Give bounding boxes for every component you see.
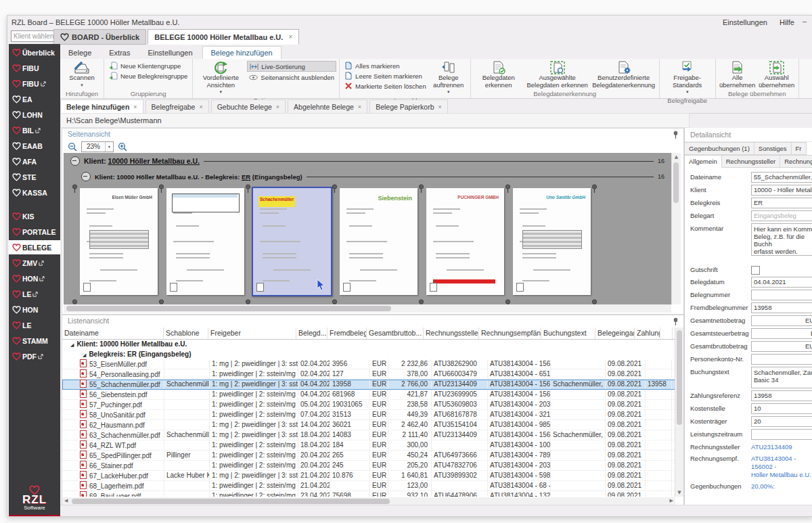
table-row[interactable]: 63_Schachenmüller.pdfSchachenmüller1: mg… (62, 430, 675, 440)
close-icon[interactable]: × (133, 104, 137, 110)
detail-subtab-rechnungssteller[interactable]: Rechnungssteller (722, 155, 780, 168)
seitenansicht-ausblenden-button[interactable]: Seitenansicht ausblenden (247, 72, 336, 82)
expand-icon[interactable]: ◢ (83, 353, 86, 358)
field-input[interactable] (751, 429, 812, 440)
alles-markieren-button[interactable]: Alles markieren (342, 61, 428, 70)
field-input[interactable]: 20 (751, 416, 812, 427)
field-input[interactable]: 04.04.2021 (751, 277, 812, 288)
live-sortierung-toggle[interactable]: Live-Sortierung (247, 61, 336, 72)
document-thumbnail-uno-sanitär-gmbh[interactable]: Uno Sanitär GmbH (513, 188, 591, 295)
sidebar-item-belege[interactable]: BELEGE (9, 240, 60, 254)
table-row[interactable]: 55_Schachenmüller.pdfSchachenmüller1: mg… (62, 380, 675, 390)
field-input[interactable]: Hier kann ein Komment Beleg, z.B. für di… (751, 223, 812, 256)
zoom-in-icon[interactable] (118, 142, 127, 152)
sidebar-item-portale[interactable]: PORTALE (9, 225, 60, 239)
sidebar-item-ea[interactable]: EA (9, 92, 60, 106)
field-input[interactable]: EUR 2 (751, 315, 812, 326)
sidebar-item-afa[interactable]: AFA (9, 154, 60, 168)
document-thumbnail-siebenstein[interactable]: Siebenstein (340, 188, 418, 295)
zoom-level-select[interactable]: 23% ▾ (81, 141, 114, 152)
markierte-seiten-loeschen-button[interactable]: Markierte Seiten löschen (342, 81, 428, 91)
alle-uebernehmen-button[interactable]: Alle übernehmen (719, 60, 757, 89)
sidebar-item-hon[interactable]: HON (9, 271, 60, 286)
close-icon[interactable]: × (358, 104, 361, 110)
table-row[interactable]: 62_Hausmann.pdf1: mg | 2: pweidlinger | … (62, 420, 675, 430)
close-icon[interactable]: × (288, 33, 292, 41)
field-input[interactable]: 13958 (751, 302, 812, 313)
close-icon[interactable]: × (276, 104, 279, 110)
table-row[interactable]: 58_UnoSanitär.pdf1: pweidlinger | 2: sst… (62, 410, 675, 420)
field-input[interactable]: EUR (751, 328, 812, 339)
column-header-zahlung[interactable]: Zahlung (635, 327, 660, 339)
page-view-scrollbar-vertical[interactable]: ▲ (671, 153, 681, 304)
field-input[interactable]: EUR 2 (751, 341, 812, 352)
sidebar-item-kis[interactable]: KIS (9, 209, 60, 223)
close-icon[interactable]: × (199, 104, 202, 110)
doc-tab-belege-papierkorb[interactable]: Belege Papierkorb× (369, 99, 448, 113)
sidebar-item-zmv[interactable]: ZMV (9, 256, 60, 270)
zoom-out-icon[interactable] (68, 142, 77, 152)
column-header-schablone[interactable]: Schablone (164, 327, 208, 339)
table-group-belegkreis[interactable]: ◢Belegkreis: ER (Eingangsbeleg) (62, 349, 675, 359)
client-select-input[interactable]: Klient wählen (11, 30, 57, 42)
close-icon[interactable]: × (438, 104, 442, 110)
column-header-belegd[interactable]: Belegd...▲ (296, 327, 328, 339)
field-input[interactable]: 55_Schachenmüller.pdf (751, 172, 812, 183)
vordefinierte-ansichten-button[interactable]: Vordefinierte Ansichten▾ (196, 60, 246, 96)
neue-belegkreisgruppe-button[interactable]: Neue Belegkreisgruppe (107, 71, 189, 81)
field-link[interactable]: ATU38143004 - 156002 - Höller Metallbau … (751, 453, 812, 479)
leere-seiten-markieren-button[interactable]: Leere Seiten markieren (342, 71, 428, 81)
column-header-freigeber[interactable]: Freigeber (208, 327, 296, 339)
freigabe-standards-button[interactable]: Freigabe-Standards▾ (662, 60, 713, 96)
column-header-buchungstext[interactable]: Buchungstext (541, 327, 595, 339)
gutschrift-checkbox[interactable] (751, 266, 760, 275)
field-link[interactable]: ATU23134409 (751, 442, 792, 451)
ribbon-tab-extras[interactable]: Extras (101, 47, 138, 59)
sidebar-item-lohn[interactable]: LOHN (9, 108, 60, 122)
table-row[interactable]: 66_Stainer.pdf1: pweidlinger | 2: sstein… (62, 461, 675, 471)
column-header-belegeingang[interactable]: Belegeingang... (595, 327, 635, 339)
detail-tab-sonstiges[interactable]: Sonstiges (754, 142, 792, 155)
table-row[interactable]: 54_Personalleasing.pdf1: pweidlinger | 2… (62, 369, 675, 380)
detail-subtab-rechnungse[interactable]: Rechnungse (780, 155, 812, 168)
sidebar-item-pdf[interactable]: PDF (9, 349, 60, 363)
doc-tab-abgelehnte-belege[interactable]: Abgelehnte Belege× (288, 99, 367, 113)
table-row[interactable]: 67_LackeHuber.pdfLacke Huber KG1: mg | 2… (62, 471, 675, 481)
sidebar-item-fibu[interactable]: FIBU (9, 61, 60, 75)
sidebar-item-bil[interactable]: BIL (9, 123, 60, 137)
neue-klientengruppe-button[interactable]: Neue Klientengruppe (107, 61, 189, 70)
sidebar-item-eaab[interactable]: EAAB (9, 139, 60, 153)
belegdaten-erkennen-button[interactable]: Belegdaten erkennen (474, 60, 524, 89)
expand-icon[interactable]: ◢ (70, 342, 74, 348)
sidebar-item-hon[interactable]: HON (9, 302, 60, 317)
column-header-status[interactable] (660, 327, 673, 339)
sidebar-item-kassa[interactable]: KASSA (9, 185, 60, 200)
doc-tab-belegfreigabe[interactable]: Belegfreigabe× (145, 99, 209, 113)
ausgewaehlte-belegdaten-erkennen-button[interactable]: Ausgewählte Belegdaten erkennen (525, 60, 590, 89)
page-view-scrollbar-horizontal[interactable] (64, 304, 671, 313)
detail-tab-fr[interactable]: Fr (792, 142, 807, 155)
detail-tab-gegenbuchungen-1[interactable]: Gegenbuchungen (1) (685, 142, 754, 155)
ribbon-tab-belege[interactable]: Belege (60, 47, 99, 59)
column-header-rechnungsempfänger[interactable]: Rechnungsempfänger (479, 327, 541, 339)
detail-subtab-allgemein[interactable]: Allgemein (685, 155, 722, 168)
ribbon-tab-einstellungen[interactable]: Einstellungen (139, 47, 200, 59)
field-input[interactable]: 10000 - Höller Metallba (751, 185, 812, 196)
window-minimize-icon[interactable]: – (803, 17, 807, 25)
field-input[interactable]: 10 (751, 403, 812, 414)
pin-icon[interactable] (673, 317, 679, 325)
table-row[interactable]: 57_Puchinger.pdf1: pweidlinger | 2: sste… (62, 400, 675, 410)
table-row[interactable]: 69_BauLuger.pdf1: pweidlinger | 2: sstei… (62, 491, 675, 497)
sidebar-item-überblick[interactable]: Überblick (9, 45, 60, 60)
menu-hilfe[interactable]: Hilfe (780, 18, 794, 26)
collapse-icon[interactable] (81, 172, 91, 181)
column-header-rechnungssteller[interactable]: Rechnungssteller (424, 327, 479, 339)
field-input[interactable] (751, 290, 812, 300)
table-row[interactable]: 65_SpedPillinger.pdfPillinger1: pweidlin… (62, 451, 675, 461)
list-view-scrollbar-vertical[interactable]: ▼ (675, 327, 683, 497)
auswahl-uebernehmen-button[interactable]: Auswahl übernehmen (758, 60, 796, 89)
main-tab-board-überblick[interactable]: BOARD - Überblick (53, 29, 146, 45)
main-tab-belege-10000-höller-metallbau-e-u[interactable]: BELEGE 10000 Höller Metallbau e.U.× (148, 29, 299, 45)
benutzerdefinierte-belegdatenerkennung-button[interactable]: Benutzerdefinierte Belegdatenerkennung (591, 60, 656, 89)
column-header-dateiname[interactable]: Dateiname (62, 327, 164, 339)
